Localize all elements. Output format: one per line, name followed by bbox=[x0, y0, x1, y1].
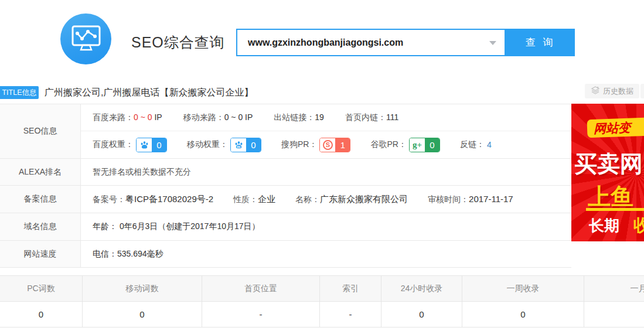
table-row: 域名信息 年龄： 0年6月3日（创建于2017年10月17日） bbox=[0, 213, 571, 241]
site-title-text: 广州搬家公司,广州搬屋电话【新众搬家公司企业】 bbox=[45, 87, 253, 99]
google-plus-icon: g+ bbox=[410, 138, 425, 152]
page-title: SEO综合查询 bbox=[131, 33, 225, 52]
history-data-button[interactable]: 历史数据 bbox=[585, 84, 639, 98]
val-mobile-words: 0 bbox=[83, 302, 202, 327]
ad-banner[interactable]: 网站变 买卖网 上鱼 长期 收 bbox=[571, 104, 644, 241]
seo-summary-table: SEO信息 百度来路：0 ~ 0 IP 移动来路：0 ~ 0 IP 出站链接：1… bbox=[0, 104, 571, 268]
search-input[interactable]: www.gzxinzhongbanjiagongsi.com bbox=[236, 29, 506, 56]
seo-weight-line: 百度权重： 0 移动权重： bbox=[81, 131, 571, 158]
title-info-badge: TITLE信息 bbox=[0, 86, 39, 99]
val-homepage-position: - bbox=[202, 302, 320, 327]
layers-icon bbox=[591, 86, 600, 97]
ad-banner-badge: 网站变 bbox=[587, 117, 644, 138]
refresh-button[interactable] bbox=[640, 84, 644, 98]
col-week-included: 一周收录 bbox=[462, 276, 584, 301]
icp-number-link[interactable]: 粤ICP备17082029号-2 bbox=[125, 194, 213, 204]
chevron-down-icon[interactable] bbox=[489, 41, 496, 45]
google-pr: 谷歌PR： g+ 0 bbox=[370, 138, 439, 152]
sogou-icon: S bbox=[320, 138, 335, 152]
row-label-seo: SEO信息 bbox=[0, 104, 81, 158]
col-pc-words: PC词数 bbox=[0, 276, 83, 301]
icp-number: 备案号：粤ICP备17082029号-2 bbox=[93, 194, 213, 205]
homepage-inner-links: 首页内链：111 bbox=[345, 112, 398, 123]
app-logo bbox=[60, 13, 111, 64]
ad-banner-footer-text-cut: 收 bbox=[633, 214, 644, 237]
table-row: 备案信息 备案号：粤ICP备17082029号-2 性质：企业 名称：广东新众搬… bbox=[0, 186, 571, 213]
val-24h-included: 0 bbox=[381, 302, 462, 327]
beian-content: 备案号：粤ICP备17082029号-2 性质：企业 名称：广东新众搬家有限公司… bbox=[81, 186, 571, 213]
history-data-label: 历史数据 bbox=[603, 86, 633, 97]
alexa-content: 暂无排名或相关数据不充分 bbox=[81, 159, 571, 185]
row-label-beian: 备案信息 bbox=[0, 186, 81, 213]
val-index: - bbox=[320, 302, 381, 327]
google-pr-badge[interactable]: g+ 0 bbox=[409, 138, 440, 152]
search-value[interactable]: www.gzxinzhongbanjiagongsi.com bbox=[248, 30, 403, 55]
row-label-speed: 网站速度 bbox=[0, 241, 81, 267]
mobile-weight-badge[interactable]: m 0 bbox=[230, 138, 261, 152]
keyword-index-table: PC词数 移动词数 首页位置 索引 24小时收录 一周收录 一月收录 0 0 -… bbox=[0, 275, 644, 327]
audit-date: 审核时间：2017-11-17 bbox=[428, 194, 513, 205]
col-homepage-position: 首页位置 bbox=[202, 276, 320, 301]
table-row: SEO信息 百度来路：0 ~ 0 IP 移动来路：0 ~ 0 IP 出站链接：1… bbox=[0, 104, 571, 159]
row-label-domain: 域名信息 bbox=[0, 213, 81, 240]
ad-banner-underline bbox=[586, 208, 644, 211]
ad-banner-headline: 买卖网 bbox=[574, 148, 643, 180]
val-week-included: 0 bbox=[462, 302, 584, 327]
col-24h-included: 24小时收录 bbox=[381, 276, 462, 301]
col-mobile-words: 移动词数 bbox=[83, 276, 202, 301]
outbound-links: 出站链接：19 bbox=[274, 112, 324, 123]
table-row: ALEXA排名 暂无排名或相关数据不充分 bbox=[0, 159, 571, 186]
val-pc-words: 0 bbox=[0, 302, 83, 327]
speed-content: 电信：535.694毫秒 bbox=[81, 241, 571, 267]
baidu-traffic: 百度来路：0 ~ 0 IP bbox=[93, 112, 162, 123]
col-month-included: 一月收录 bbox=[584, 276, 644, 301]
mobile-traffic: 移动来路：0 ~ 0 IP bbox=[183, 112, 253, 123]
domain-content: 年龄： 0年6月3日（创建于2017年10月17日） bbox=[81, 213, 571, 240]
sogou-pr: 搜狗PR： S 1 bbox=[281, 138, 350, 152]
baidu-paw-m-icon: m bbox=[231, 138, 246, 152]
col-index: 索引 bbox=[320, 276, 381, 301]
sogou-pr-badge[interactable]: S 1 bbox=[319, 138, 350, 152]
ad-banner-footer-text: 长期 bbox=[589, 216, 619, 236]
table-value-row: 0 0 - - 0 0 0 bbox=[0, 302, 644, 327]
val-month-included: 0 bbox=[584, 302, 644, 327]
org-type: 性质：企业 bbox=[233, 194, 275, 205]
baidu-paw-icon bbox=[137, 138, 152, 152]
org-name: 名称：广东新众搬家有限公司 bbox=[295, 194, 408, 205]
baidu-weight: 百度权重： 0 bbox=[93, 138, 167, 152]
analytics-monitor-icon bbox=[70, 24, 102, 54]
baidu-weight-badge[interactable]: 0 bbox=[136, 138, 167, 152]
seo-traffic-line: 百度来路：0 ~ 0 IP 移动来路：0 ~ 0 IP 出站链接：19 首页内链… bbox=[81, 104, 571, 131]
table-header-row: PC词数 移动词数 首页位置 索引 24小时收录 一周收录 一月收录 bbox=[0, 276, 644, 302]
query-button[interactable]: 查 询 bbox=[506, 29, 575, 56]
row-label-alexa: ALEXA排名 bbox=[0, 159, 81, 185]
table-row: 网站速度 电信：535.694毫秒 bbox=[0, 241, 571, 268]
mobile-weight: 移动权重： m 0 bbox=[187, 138, 261, 152]
backlinks: 反链： 4 bbox=[460, 139, 492, 150]
backlinks-count-link[interactable]: 4 bbox=[487, 140, 492, 149]
